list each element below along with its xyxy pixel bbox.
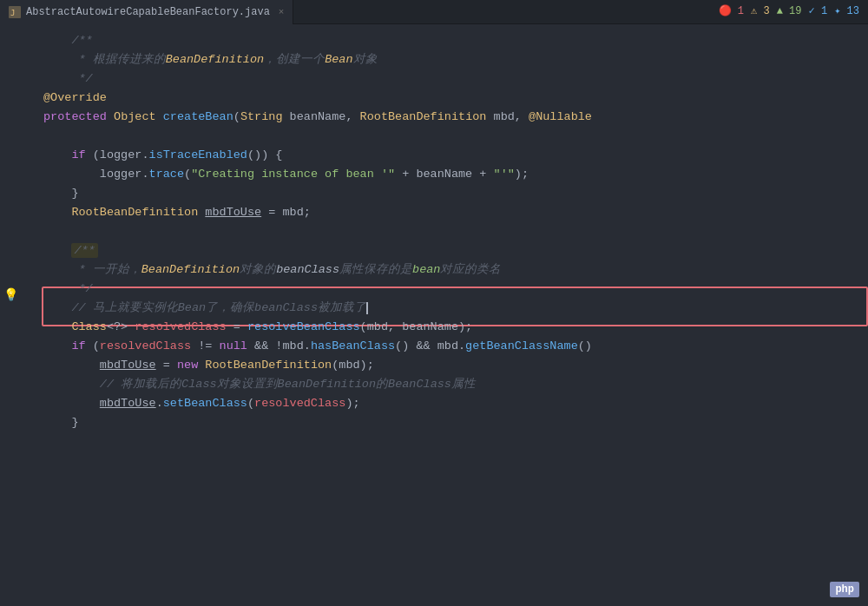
- line-content: */: [43, 69, 93, 89]
- line-content: protected Object createBean(String beanN…: [43, 108, 592, 127]
- code-line: if (logger.isTraceEnabled()) {: [43, 146, 868, 165]
- code-line: // 将加载后的Class对象设置到BeanDefinition的BeanCla…: [43, 375, 868, 394]
- line-content: * 根据传进来的BeanDefinition，创建一个Bean对象: [43, 50, 378, 69]
- code-line: protected Object createBean(String beanN…: [43, 108, 868, 127]
- line-content: mbdToUse = new RootBeanDefinition(mbd);: [43, 356, 374, 375]
- line-content: if (resolvedClass != null && !mbd.hasBea…: [43, 337, 592, 356]
- line-content: */: [43, 280, 93, 299]
- code-line: mbdToUse.setBeanClass(resolvedClass);: [43, 394, 868, 413]
- php-badge: php: [830, 582, 859, 597]
- error-count: 🔴 1: [719, 4, 744, 17]
- hint-count-2: ✦ 13: [834, 4, 859, 17]
- code-line: [43, 222, 868, 241]
- code-editor[interactable]: 💡 /** * 根据传进来的BeanDefinition，创建一个Bean对象 …: [0, 24, 868, 606]
- line-content: if (logger.isTraceEnabled()) {: [43, 146, 282, 165]
- warning-count: ⚠ 3: [751, 4, 770, 17]
- code-line: * 根据传进来的BeanDefinition，创建一个Bean对象: [43, 50, 868, 69]
- line-content: mbdToUse.setBeanClass(resolvedClass);: [43, 394, 360, 413]
- line-content: @Override: [43, 89, 107, 108]
- code-line: */: [43, 280, 868, 299]
- svg-text:J: J: [10, 9, 15, 17]
- status-indicators: 🔴 1 ⚠ 3 ▲ 19 ✓ 1 ✦ 13: [719, 4, 859, 17]
- code-line: */: [43, 69, 868, 89]
- code-line: * 一开始，BeanDefinition对象的beanClass属性保存的是be…: [43, 260, 868, 280]
- code-line: RootBeanDefinition mbdToUse = mbd;: [43, 203, 868, 222]
- tab-filename: AbstractAutowireCapableBeanFactory.java: [26, 6, 270, 18]
- line-content: // 将加载后的Class对象设置到BeanDefinition的BeanCla…: [43, 375, 476, 394]
- bulb-icon[interactable]: 💡: [3, 287, 18, 302]
- line-content: Class<?> resolvedClass = resolveBeanClas…: [43, 318, 472, 337]
- code-line: [43, 127, 868, 146]
- tab-bar: J AbstractAutowireCapableBeanFactory.jav…: [0, 0, 868, 24]
- code-line: }: [43, 413, 868, 432]
- line-content: logger.trace("Creating instance of bean …: [43, 165, 529, 184]
- code-line: }: [43, 184, 868, 203]
- info-count: ▲ 19: [777, 5, 802, 17]
- line-content: * 一开始，BeanDefinition对象的beanClass属性保存的是be…: [43, 260, 501, 280]
- code-line: if (resolvedClass != null && !mbd.hasBea…: [43, 337, 868, 356]
- code-line: logger.trace("Creating instance of bean …: [43, 165, 868, 184]
- file-tab[interactable]: J AbstractAutowireCapableBeanFactory.jav…: [0, 0, 293, 24]
- code-line: /**: [43, 31, 868, 50]
- hint-count-1: ✓ 1: [809, 4, 828, 17]
- line-content: /**: [43, 31, 93, 50]
- line-content: // 马上就要实例化Bean了，确保beanClass被加载了: [43, 299, 368, 318]
- code-line: mbdToUse = new RootBeanDefinition(mbd);: [43, 356, 868, 375]
- line-content: }: [43, 184, 79, 203]
- java-file-icon: J: [9, 6, 21, 18]
- code-line: /**: [43, 241, 868, 260]
- line-content: }: [43, 413, 79, 432]
- code-line-highlighted-1: // 马上就要实例化Bean了，确保beanClass被加载了: [43, 299, 868, 318]
- tab-close-button[interactable]: ×: [279, 7, 285, 17]
- code-line-highlighted-2: Class<?> resolvedClass = resolveBeanClas…: [43, 318, 868, 337]
- line-content: /**: [43, 241, 98, 260]
- line-content: RootBeanDefinition mbdToUse = mbd;: [43, 203, 311, 222]
- code-line: @Override: [43, 89, 868, 108]
